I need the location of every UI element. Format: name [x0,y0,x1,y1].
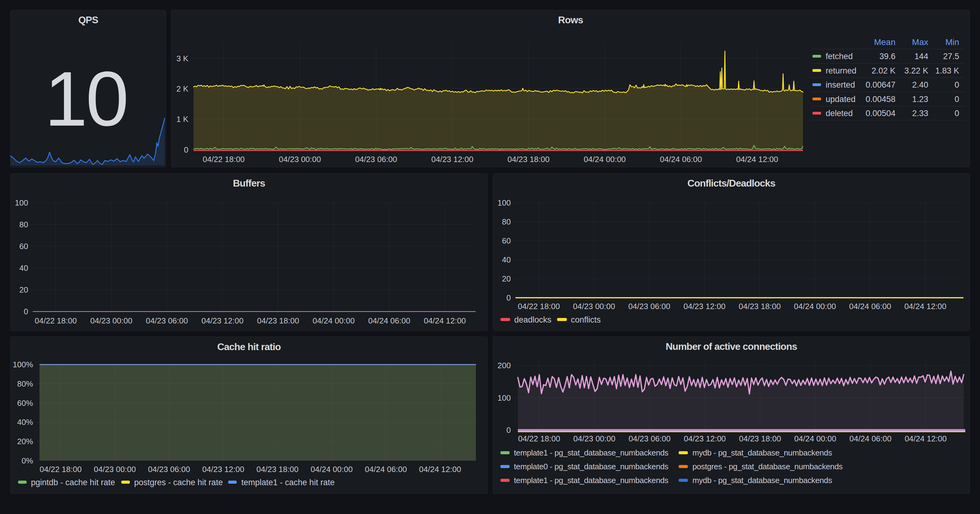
svg-text:27.5: 27.5 [943,52,959,61]
svg-text:deleted: deleted [826,109,853,118]
svg-text:04/23 00:00: 04/23 00:00 [573,302,615,311]
svg-text:0: 0 [24,307,28,316]
svg-text:04/22 18:00: 04/22 18:00 [40,465,81,474]
svg-text:04/24 00:00: 04/24 00:00 [313,316,355,325]
svg-text:200: 200 [498,361,511,370]
svg-text:40: 40 [502,255,511,264]
svg-text:mydb - pg_stat_database_numbac: mydb - pg_stat_database_numbackends [692,448,832,457]
svg-text:3 K: 3 K [177,54,189,63]
svg-text:04/24 00:00: 04/24 00:00 [794,434,836,443]
svg-text:40%: 40% [17,417,33,427]
svg-text:04/23 18:00: 04/23 18:00 [256,465,298,474]
svg-text:2 K: 2 K [177,84,189,94]
svg-text:04/23 06:00: 04/23 06:00 [628,302,670,311]
svg-text:0.00647: 0.00647 [865,80,896,89]
svg-text:04/23 06:00: 04/23 06:00 [355,155,397,164]
svg-text:2.02 K: 2.02 K [872,66,896,75]
svg-text:100: 100 [498,393,511,403]
svg-text:04/22 18:00: 04/22 18:00 [203,155,245,164]
svg-text:04/23 18:00: 04/23 18:00 [739,434,781,443]
svg-text:0: 0 [184,145,188,154]
svg-text:20: 20 [19,285,28,294]
svg-text:pgintdb - cache hit rate: pgintdb - cache hit rate [31,478,115,487]
svg-text:QPS: QPS [78,14,98,25]
svg-text:04/22 18:00: 04/22 18:00 [518,434,560,443]
svg-text:Rows: Rows [558,14,583,25]
svg-text:04/23 06:00: 04/23 06:00 [148,465,190,474]
svg-text:0: 0 [955,80,959,89]
svg-text:80%: 80% [17,379,33,388]
svg-text:04/24 06:00: 04/24 06:00 [368,316,410,325]
svg-text:2.40: 2.40 [912,80,928,89]
svg-text:updated: updated [826,95,856,104]
svg-text:inserted: inserted [826,80,855,89]
svg-text:04/24 00:00: 04/24 00:00 [794,302,836,311]
svg-text:Conflicts/Deadlocks: Conflicts/Deadlocks [687,178,775,189]
svg-text:1 K: 1 K [177,115,189,124]
svg-text:Buffers: Buffers [233,178,265,189]
svg-text:80: 80 [19,220,28,229]
svg-text:04/23 18:00: 04/23 18:00 [508,155,549,164]
svg-text:60: 60 [19,242,28,251]
svg-text:0.00504: 0.00504 [865,109,896,118]
svg-text:04/24 06:00: 04/24 06:00 [660,155,702,164]
svg-text:template1 - pg_stat_database_n: template1 - pg_stat_database_numbackends [514,448,668,457]
svg-text:04/23 06:00: 04/23 06:00 [628,434,670,443]
svg-text:04/23 00:00: 04/23 00:00 [573,434,615,443]
svg-text:04/23 18:00: 04/23 18:00 [739,302,781,311]
svg-text:04/23 00:00: 04/23 00:00 [90,316,132,325]
svg-text:0: 0 [955,95,959,104]
svg-text:1.23: 1.23 [912,95,928,104]
svg-text:04/22 18:00: 04/22 18:00 [518,302,560,311]
svg-text:04/23 12:00: 04/23 12:00 [202,316,243,325]
svg-text:template1 - cache hit rate: template1 - cache hit rate [241,478,335,487]
svg-text:template1 - pg_stat_database_n: template1 - pg_stat_database_numbackends [514,476,668,485]
svg-text:0: 0 [506,293,511,302]
svg-text:100: 100 [15,198,28,207]
svg-text:template0 - pg_stat_database_n: template0 - pg_stat_database_numbackends [514,462,668,471]
svg-text:04/24 06:00: 04/24 06:00 [850,434,891,443]
svg-text:20: 20 [502,274,511,283]
svg-text:04/23 12:00: 04/23 12:00 [684,434,726,443]
svg-text:3.22 K: 3.22 K [904,66,928,75]
svg-text:0: 0 [955,109,959,118]
svg-text:04/23 12:00: 04/23 12:00 [431,155,473,164]
svg-text:39.6: 39.6 [879,52,896,61]
svg-text:04/24 12:00: 04/24 12:00 [424,316,466,325]
svg-text:Max: Max [912,37,928,47]
svg-text:40: 40 [19,263,28,273]
svg-text:04/22 18:00: 04/22 18:00 [35,316,76,325]
svg-text:04/23 12:00: 04/23 12:00 [684,302,725,311]
svg-text:04/24 06:00: 04/24 06:00 [365,465,407,474]
svg-text:0%: 0% [21,456,33,465]
svg-text:04/24 00:00: 04/24 00:00 [310,465,353,474]
svg-text:returned: returned [826,66,857,75]
svg-text:80: 80 [502,217,511,226]
svg-text:04/23 12:00: 04/23 12:00 [202,465,244,474]
svg-text:60: 60 [502,236,511,245]
svg-text:144: 144 [915,52,928,61]
svg-text:conflicts: conflicts [571,315,601,325]
svg-text:mydb - pg_stat_database_numbac: mydb - pg_stat_database_numbackends [692,476,832,485]
svg-text:Number of active connections: Number of active connections [666,341,797,352]
svg-text:0: 0 [506,425,511,434]
svg-text:20%: 20% [17,437,33,446]
svg-text:Cache hit ratio: Cache hit ratio [217,341,281,352]
svg-text:postgres - cache hit rate: postgres - cache hit rate [134,478,223,487]
svg-text:04/23 18:00: 04/23 18:00 [257,316,299,325]
svg-text:10: 10 [45,56,127,142]
svg-text:Mean: Mean [874,37,896,47]
svg-text:100: 100 [498,198,511,207]
svg-text:0.00458: 0.00458 [865,95,896,104]
svg-text:fetched: fetched [826,52,853,61]
svg-text:postgres - pg_stat_database_nu: postgres - pg_stat_database_numbackends [692,462,843,471]
svg-text:100%: 100% [13,360,33,369]
svg-text:04/23 06:00: 04/23 06:00 [146,316,188,325]
svg-text:04/23 00:00: 04/23 00:00 [94,465,136,474]
svg-text:deadlocks: deadlocks [514,315,552,325]
svg-text:04/24 12:00: 04/24 12:00 [736,155,778,164]
svg-text:Min: Min [945,37,959,47]
svg-text:04/24 12:00: 04/24 12:00 [904,302,946,311]
svg-text:2.33: 2.33 [912,109,928,118]
svg-text:04/24 12:00: 04/24 12:00 [419,465,461,474]
